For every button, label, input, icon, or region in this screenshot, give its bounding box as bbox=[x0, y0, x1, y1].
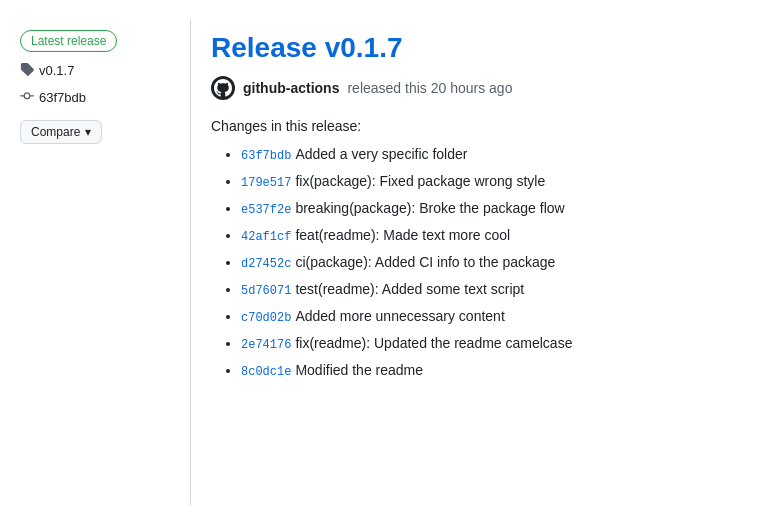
tag-icon bbox=[20, 62, 34, 79]
commit-row: 63f7bdb bbox=[20, 89, 86, 106]
sidebar-divider bbox=[190, 20, 191, 505]
list-item: 2e74176fix(readme): Updated the readme c… bbox=[241, 333, 760, 354]
commit-hash[interactable]: 63f7bdb bbox=[241, 149, 291, 163]
sidebar: Latest release v0.1.7 63f7bdb Compare ▾ bbox=[0, 20, 180, 505]
commit-hash[interactable]: 8c0dc1e bbox=[241, 365, 291, 379]
changes-list: 63f7bdbAdded a very specific folder179e5… bbox=[211, 144, 760, 381]
page-container: Latest release v0.1.7 63f7bdb Compare ▾ bbox=[0, 0, 780, 525]
commit-value: 63f7bdb bbox=[39, 90, 86, 105]
commit-message: fix(readme): Updated the readme camelcas… bbox=[295, 335, 572, 351]
commit-hash[interactable]: 5d76071 bbox=[241, 284, 291, 298]
commit-message: Modified the readme bbox=[295, 362, 423, 378]
main-content: Release v0.1.7 github-actions released t… bbox=[201, 20, 780, 505]
release-meta-text: released this 20 hours ago bbox=[347, 80, 512, 96]
commit-icon bbox=[20, 89, 34, 106]
changes-heading: Changes in this release: bbox=[211, 118, 760, 134]
commit-message: test(readme): Added some text script bbox=[295, 281, 524, 297]
tag-value: v0.1.7 bbox=[39, 63, 74, 78]
list-item: 179e517fix(package): Fixed package wrong… bbox=[241, 171, 760, 192]
commit-hash[interactable]: d27452c bbox=[241, 257, 291, 271]
actor-name: github-actions bbox=[243, 80, 339, 96]
commit-hash[interactable]: 179e517 bbox=[241, 176, 291, 190]
commit-message: Added a very specific folder bbox=[295, 146, 467, 162]
commit-hash[interactable]: 2e74176 bbox=[241, 338, 291, 352]
list-item: 63f7bdbAdded a very specific folder bbox=[241, 144, 760, 165]
list-item: c70d02bAdded more unnecessary content bbox=[241, 306, 760, 327]
latest-release-badge: Latest release bbox=[20, 30, 117, 52]
release-title: Release v0.1.7 bbox=[211, 30, 760, 66]
tag-row: v0.1.7 bbox=[20, 62, 74, 79]
compare-button[interactable]: Compare ▾ bbox=[20, 120, 102, 144]
avatar bbox=[211, 76, 235, 100]
commit-message: feat(readme): Made text more cool bbox=[295, 227, 510, 243]
list-item: e537f2ebreaking(package): Broke the pack… bbox=[241, 198, 760, 219]
commit-hash[interactable]: 42af1cf bbox=[241, 230, 291, 244]
commit-message: fix(package): Fixed package wrong style bbox=[295, 173, 545, 189]
list-item: d27452cci(package): Added CI info to the… bbox=[241, 252, 760, 273]
list-item: 8c0dc1eModified the readme bbox=[241, 360, 760, 381]
commit-message: Added more unnecessary content bbox=[295, 308, 504, 324]
compare-label: Compare bbox=[31, 125, 80, 139]
commit-hash[interactable]: e537f2e bbox=[241, 203, 291, 217]
commit-message: breaking(package): Broke the package flo… bbox=[295, 200, 564, 216]
list-item: 5d76071test(readme): Added some text scr… bbox=[241, 279, 760, 300]
commit-message: ci(package): Added CI info to the packag… bbox=[295, 254, 555, 270]
list-item: 42af1cffeat(readme): Made text more cool bbox=[241, 225, 760, 246]
commit-hash[interactable]: c70d02b bbox=[241, 311, 291, 325]
chevron-down-icon: ▾ bbox=[85, 125, 91, 139]
release-meta: github-actions released this 20 hours ag… bbox=[211, 76, 760, 100]
